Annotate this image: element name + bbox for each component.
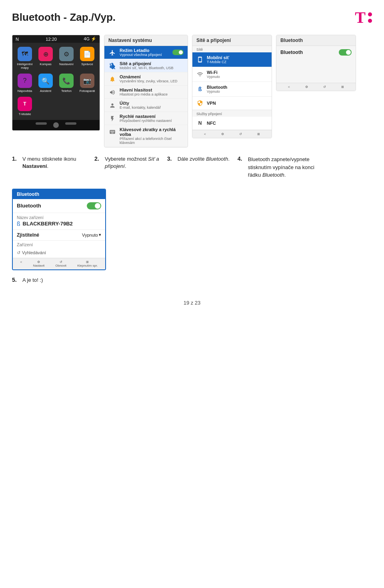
bt-more-btn2[interactable]: ⊞: [341, 85, 344, 89]
notifications-content: Oznámení Vyzvánění tóny, zvuky, vibrace,…: [120, 74, 184, 83]
keyboard-sub: Přiřazení akcí a telefonních čísel kláve…: [120, 137, 184, 145]
bt-settings-btn2[interactable]: ⚙: [305, 85, 308, 89]
bluetooth-main-toggle[interactable]: [87, 202, 101, 209]
phone-screenshot: N 12:20 4G ⚡ 🗺 Inteligentní mapy ⊕ Kompa…: [12, 35, 100, 131]
volume-title: Hlavní hlasitost: [120, 88, 184, 92]
airplane-icon: [108, 49, 116, 57]
settings-item-volume[interactable]: Hlavní hlasitost Hlasitost pro média a a…: [104, 86, 188, 99]
notifications-sub: Vyzvánění tóny, zvuky, vibrace, LED: [120, 79, 184, 83]
app-assistant-icon: 🔍: [38, 74, 53, 88]
net-item-bluetooth[interactable]: ß Bluetooth Vypnuto: [192, 82, 272, 97]
keyboard-icon: [108, 128, 116, 136]
accounts-sub: E-mail, kontakty, kalendář: [120, 106, 184, 110]
page-title: Bluetooth - Zap./Vyp.: [12, 11, 116, 24]
bluetooth-zarizeni-section: Zařízení ↺ Vyhledávání: [13, 241, 105, 258]
net-item-vpn[interactable]: VPN: [192, 97, 272, 110]
wifi-icon: [196, 71, 204, 78]
step-5: 5. A je to! :): [12, 277, 372, 284]
bt-nav-nastavit[interactable]: ⚙ Nastavit: [33, 260, 44, 267]
phone-bottom-bar: [12, 120, 100, 130]
app-manager-icon: 📄: [80, 47, 94, 61]
services-label: Služby připojení: [192, 110, 272, 117]
settings-item-accounts[interactable]: Účty E-mail, kontakty, kalendář: [104, 99, 188, 112]
vpn-icon: [196, 100, 204, 107]
vpn-content: VPN: [207, 101, 268, 106]
settings-item-quicksettings[interactable]: Rychlé nastavení Přizpůsobení rychlého n…: [104, 112, 188, 125]
step-1-num: 1.: [12, 155, 20, 162]
step-4: 4. Bluetooth zapnete/vypnete stisknutím …: [238, 155, 328, 179]
airplane-toggle[interactable]: [172, 50, 184, 55]
bt-back-btn[interactable]: <: [288, 85, 290, 89]
vpn-title: VPN: [207, 101, 268, 106]
bt-refresh-btn2[interactable]: ↺: [323, 85, 326, 89]
bluetooth-net-title: Bluetooth: [207, 85, 268, 90]
bluetooth-net-sub: Vypnuto: [207, 90, 268, 94]
bluetooth-toggle-row: Bluetooth: [276, 46, 356, 59]
network-title: Sítě a připojení: [120, 61, 184, 66]
volume-sub: Hlasitost pro média a aplikace: [120, 92, 184, 96]
step-2-num: 2.: [94, 155, 102, 162]
app-tmobile-label: T-Mobile: [19, 112, 31, 116]
keyboard-title: Klávesové zkratky a rychlá volba: [120, 127, 184, 137]
app-camera[interactable]: 📷 Fotoaparát: [77, 72, 97, 94]
app-phone[interactable]: 📞 Telefon: [56, 72, 76, 94]
app-maps[interactable]: 🗺 Inteligentní mapy: [15, 45, 35, 71]
bt-nav-klepnutim[interactable]: ⊞ Klepnutím spr.: [77, 260, 98, 267]
app-assistant[interactable]: 🔍 Asistent: [36, 72, 56, 94]
app-maps-icon: 🗺: [18, 47, 32, 61]
network-content: Sítě a připojení Mobilní síť, Wi-Fi, Blu…: [120, 61, 184, 70]
quicksettings-content: Rychlé nastavení Přizpůsobení rychlého n…: [120, 114, 184, 123]
bluetooth-toggle[interactable]: [339, 49, 352, 56]
bluetooth-device-section: Název zařízení ß BLACKBERRY-79B2: [13, 213, 105, 230]
app-compass[interactable]: ⊕ Kompas: [36, 45, 56, 71]
phone-back-btn[interactable]: [36, 122, 47, 125]
app-settings[interactable]: ⚙ Nastavení: [56, 45, 76, 71]
quicksettings-icon: [108, 115, 116, 123]
step-3-text: Dále zvolíte Bluetooth.: [178, 155, 230, 163]
nfc-title: NFC: [207, 121, 268, 126]
mobile-icon: [196, 56, 204, 63]
app-tmobile[interactable]: T T-Mobile: [15, 95, 35, 118]
bluetooth-search-row[interactable]: ↺ Vyhledávání: [17, 249, 101, 257]
step-5-text: A je to! :): [22, 277, 43, 284]
step-2-text: Vyberete možnost Síť apřipojení.: [105, 155, 159, 170]
volume-icon: [108, 88, 116, 96]
net-more-btn[interactable]: ⊞: [257, 132, 260, 136]
settings-item-airplane[interactable]: Režim Letadlo Vypnout všechna připojení: [104, 46, 188, 59]
chevron-down-icon: ▾: [99, 232, 101, 237]
app-help[interactable]: ? Nápověda: [15, 72, 35, 94]
bluetooth-section-body: Bluetooth Název zařízení ß BLACKBERRY-79…: [13, 199, 105, 258]
bluetooth-zarizeni-label: Zařízení: [17, 242, 101, 247]
settings-item-network[interactable]: Sítě a připojení Mobilní síť, Wi-Fi, Blu…: [104, 59, 188, 72]
tap-icon: ⊞: [77, 260, 98, 264]
net-item-nfc[interactable]: N NFC: [192, 117, 272, 130]
net-settings-btn[interactable]: ⚙: [221, 132, 224, 136]
app-manager[interactable]: 📄 Správce: [77, 45, 97, 71]
bt-nav-obnovit[interactable]: ↺ Obnovit: [56, 260, 67, 267]
net-refresh-btn[interactable]: ↺: [239, 132, 242, 136]
settings-item-notifications[interactable]: Oznámení Vyzvánění tóny, zvuky, vibrace,…: [104, 72, 188, 86]
net-back-btn[interactable]: <: [204, 132, 206, 136]
settings-item-keyboard[interactable]: Klávesové zkratky a rychlá volba Přiřaze…: [104, 125, 188, 147]
app-compass-icon: ⊕: [38, 47, 53, 61]
bluetooth-main-label: Bluetooth: [17, 203, 84, 209]
phone-menu-btn[interactable]: [65, 122, 76, 125]
search-curve-icon: ↺: [17, 250, 20, 255]
notifications-title: Oznámení: [120, 74, 184, 79]
mobile-sub: T-Mobile CZ: [207, 60, 268, 64]
bluetooth-main-toggle-row: Bluetooth: [13, 199, 105, 213]
net-item-mobile[interactable]: Mobilní síť T-Mobile CZ: [192, 52, 272, 67]
accounts-icon: [108, 102, 116, 110]
mobile-title: Mobilní síť: [207, 55, 268, 60]
step-3-num: 3.: [167, 155, 175, 162]
page-header: Bluetooth - Zap./Vyp. T: [12, 8, 372, 27]
tmobile-logo: T: [355, 8, 372, 27]
tmobile-dot-2: [368, 19, 372, 23]
airplane-content: Režim Letadlo Vypnout všechna připojení: [120, 48, 169, 57]
settings-screenshot-header: Nastavení systému: [104, 35, 188, 46]
phone-home-btn[interactable]: [53, 122, 59, 128]
bluetooth-search-label: Vyhledávání: [22, 250, 46, 255]
bt-nav-back[interactable]: <: [20, 260, 22, 267]
net-item-wifi[interactable]: Wi-Fi Vypnuto: [192, 67, 272, 82]
step-1: 1. V menu stisknete ikonu Nastavení.: [12, 155, 86, 179]
